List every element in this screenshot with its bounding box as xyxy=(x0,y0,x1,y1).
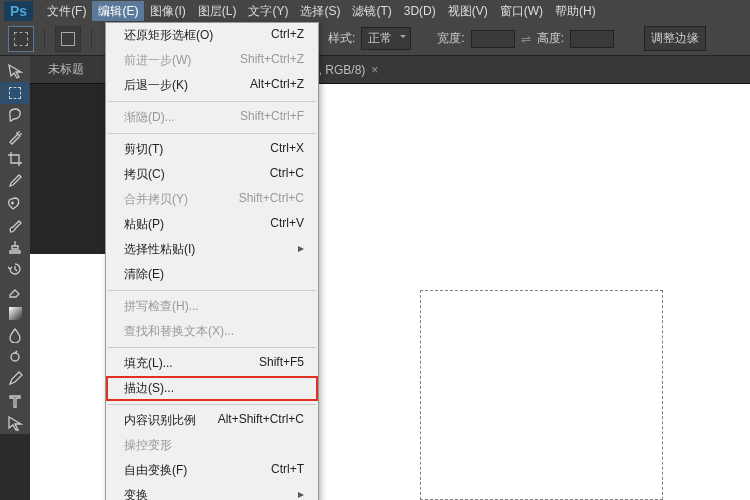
eyedropper-tool[interactable] xyxy=(1,170,29,192)
menuitem-前进一步W: 前进一步(W)Shift+Ctrl+Z xyxy=(106,48,318,73)
lasso-tool[interactable] xyxy=(1,104,29,126)
menuitem-渐隐D: 渐隐(D)...Shift+Ctrl+F xyxy=(106,105,318,130)
move-tool[interactable] xyxy=(1,60,29,82)
menu-选择[interactable]: 选择(S) xyxy=(294,1,346,21)
menuitem-拼写检查H: 拼写检查(H)... xyxy=(106,294,318,319)
spot-heal-tool[interactable] xyxy=(1,192,29,214)
toolbox xyxy=(0,56,30,434)
menuitem-清除E[interactable]: 清除(E) xyxy=(106,262,318,287)
selection-mode-new[interactable] xyxy=(55,26,81,52)
swap-icon[interactable]: ⇌ xyxy=(521,32,531,46)
crop-tool[interactable] xyxy=(1,148,29,170)
menu-3d[interactable]: 3D(D) xyxy=(398,1,442,21)
menuitem-查找和替换文本X: 查找和替换文本(X)... xyxy=(106,319,318,344)
menu-编辑[interactable]: 编辑(E) xyxy=(92,1,144,21)
gradient-tool[interactable] xyxy=(1,302,29,324)
eraser-tool[interactable] xyxy=(1,280,29,302)
brush-tool[interactable] xyxy=(1,214,29,236)
edit-menu-dropdown: 还原矩形选框(O)Ctrl+Z前进一步(W)Shift+Ctrl+Z后退一步(K… xyxy=(105,22,319,500)
active-tool-icon[interactable] xyxy=(8,26,34,52)
menu-视图[interactable]: 视图(V) xyxy=(442,1,494,21)
menu-窗口[interactable]: 窗口(W) xyxy=(494,1,549,21)
menuitem-剪切T[interactable]: 剪切(T)Ctrl+X xyxy=(106,137,318,162)
menuitem-描边S[interactable]: 描边(S)... xyxy=(106,376,318,401)
menuitem-拷贝C[interactable]: 拷贝(C)Ctrl+C xyxy=(106,162,318,187)
refine-edge-button[interactable]: 调整边缘 xyxy=(644,26,706,51)
menuitem-后退一步K[interactable]: 后退一步(K)Alt+Ctrl+Z xyxy=(106,73,318,98)
menu-文件[interactable]: 文件(F) xyxy=(41,1,92,21)
marquee-selection xyxy=(420,290,663,500)
menu-图像[interactable]: 图像(I) xyxy=(144,1,191,21)
height-label: 高度: xyxy=(537,30,564,47)
close-icon[interactable]: × xyxy=(371,63,378,77)
marquee-tool[interactable] xyxy=(1,82,29,104)
menuitem-操控变形: 操控变形 xyxy=(106,433,318,458)
type-tool[interactable] xyxy=(1,390,29,412)
blur-tool[interactable] xyxy=(1,324,29,346)
app-logo: Ps xyxy=(4,1,33,21)
menuitem-变换[interactable]: 变换▸ xyxy=(106,483,318,500)
path-select-tool[interactable] xyxy=(1,412,29,434)
width-label: 宽度: xyxy=(437,30,464,47)
document-tab-1[interactable]: 未标题 xyxy=(40,57,92,82)
menuitem-选择性粘贴I[interactable]: 选择性粘贴(I)▸ xyxy=(106,237,318,262)
dodge-tool[interactable] xyxy=(1,346,29,368)
menu-图层[interactable]: 图层(L) xyxy=(192,1,243,21)
menu-文字[interactable]: 文字(Y) xyxy=(242,1,294,21)
magic-wand-tool[interactable] xyxy=(1,126,29,148)
menuitem-粘贴P[interactable]: 粘贴(P)Ctrl+V xyxy=(106,212,318,237)
width-input[interactable] xyxy=(471,30,515,48)
menu-帮助[interactable]: 帮助(H) xyxy=(549,1,602,21)
clone-stamp-tool[interactable] xyxy=(1,236,29,258)
menuitem-合并拷贝Y: 合并拷贝(Y)Shift+Ctrl+C xyxy=(106,187,318,212)
menuitem-内容识别比例[interactable]: 内容识别比例Alt+Shift+Ctrl+C xyxy=(106,408,318,433)
style-label: 样式: xyxy=(328,30,355,47)
menuitem-还原矩形选框O[interactable]: 还原矩形选框(O)Ctrl+Z xyxy=(106,23,318,48)
history-brush-tool[interactable] xyxy=(1,258,29,280)
style-select[interactable]: 正常 xyxy=(361,27,411,50)
menuitem-自由变换F[interactable]: 自由变换(F)Ctrl+T xyxy=(106,458,318,483)
height-input[interactable] xyxy=(570,30,614,48)
pen-tool[interactable] xyxy=(1,368,29,390)
menuitem-填充L[interactable]: 填充(L)...Shift+F5 xyxy=(106,351,318,376)
menu-滤镜[interactable]: 滤镜(T) xyxy=(346,1,397,21)
